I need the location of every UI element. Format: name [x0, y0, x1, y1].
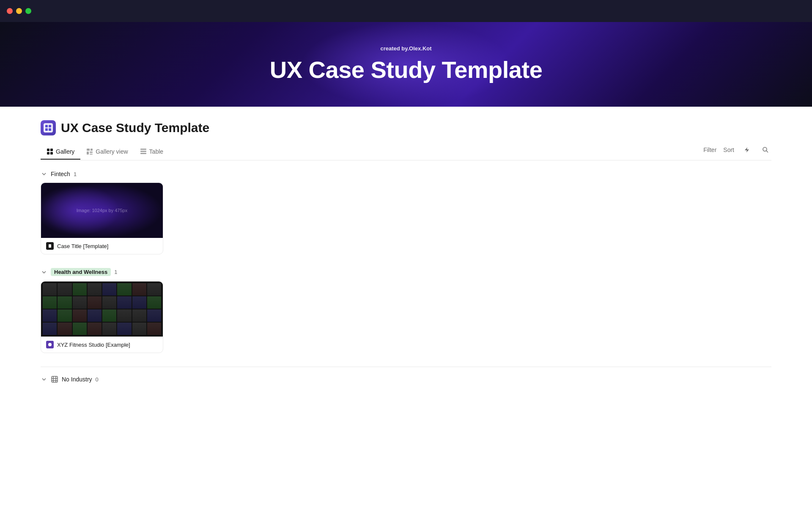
hero-credit: created by.Olex.Kot: [380, 45, 431, 52]
page-title: UX Case Study Template: [61, 121, 209, 135]
tab-gallery-view[interactable]: Gallery view: [80, 145, 134, 159]
svg-rect-7: [90, 152, 93, 153]
group-no-industry: No Industry 0: [41, 375, 771, 383]
card-case-template-body: Case Title [Template]: [41, 238, 163, 254]
group-health-label: Health and Wellness: [51, 268, 111, 276]
page-header: UX Case Study Template: [41, 120, 771, 135]
svg-point-12: [763, 147, 767, 151]
fitness-grid: [41, 282, 163, 337]
svg-point-15: [48, 343, 52, 346]
tab-gallery[interactable]: Gallery: [41, 145, 80, 159]
svg-rect-8: [90, 154, 93, 155]
svg-rect-14: [49, 244, 51, 248]
close-button[interactable]: [7, 8, 13, 14]
lightning-button[interactable]: [741, 144, 753, 156]
group-health-count: 1: [114, 269, 117, 275]
card-case-template-image: Image: 1024px by 475px: [41, 183, 163, 238]
card-xyz-fitness[interactable]: XYZ Fitness Studio [Example]: [41, 281, 163, 353]
svg-rect-16: [52, 376, 58, 382]
fitness-icon: [48, 342, 52, 347]
group-fintech-count: 1: [74, 171, 77, 177]
grid-icon: [47, 148, 53, 155]
gallery-icon: [86, 148, 93, 155]
search-button[interactable]: [760, 144, 771, 156]
svg-rect-9: [140, 149, 146, 150]
group-health-wellness-header[interactable]: Health and Wellness 1: [41, 268, 771, 276]
fintech-cards-grid: Image: 1024px by 475px Case Title [Templ…: [41, 182, 771, 254]
card-image-placeholder: Image: 1024px by 475px: [77, 208, 127, 213]
document-icon: [48, 244, 52, 248]
hero-title: UX Case Study Template: [270, 56, 543, 83]
lightning-icon: [744, 147, 750, 153]
chevron-down-icon-3: [41, 376, 47, 383]
card-case-template[interactable]: Image: 1024px by 475px Case Title [Templ…: [41, 182, 163, 254]
svg-rect-10: [140, 151, 146, 152]
titlebar: [0, 0, 812, 22]
filter-button[interactable]: Filter: [703, 146, 716, 153]
minimize-button[interactable]: [16, 8, 22, 14]
card-xyz-fitness-label: XYZ Fitness Studio [Example]: [57, 342, 130, 348]
card-case-template-label: Case Title [Template]: [57, 243, 108, 249]
table-icon: [140, 148, 147, 155]
group-health-wellness: Health and Wellness 1: [41, 268, 771, 353]
group-no-industry-label: No Industry: [62, 376, 92, 383]
svg-rect-6: [87, 152, 89, 155]
svg-rect-1: [50, 149, 53, 151]
search-icon: [762, 146, 769, 153]
no-industry-icon: [51, 375, 58, 383]
sort-button[interactable]: Sort: [723, 146, 734, 153]
group-no-industry-count: 0: [96, 376, 99, 383]
card-xyz-fitness-body: XYZ Fitness Studio [Example]: [41, 337, 163, 353]
svg-line-13: [766, 151, 768, 152]
card-xyz-fitness-icon: [46, 341, 54, 348]
tabs-bar: Gallery Gallery view Table Filter Sort: [41, 144, 771, 160]
group-fintech-label: Fintech: [51, 171, 70, 177]
tab-table-label: Table: [149, 148, 163, 155]
tab-gallery-view-label: Gallery view: [96, 148, 128, 155]
hero-banner: created by.Olex.Kot UX Case Study Templa…: [0, 22, 812, 107]
maximize-button[interactable]: [25, 8, 31, 14]
svg-rect-2: [47, 152, 49, 155]
group-fintech-header[interactable]: Fintech 1: [41, 171, 771, 177]
group-fintech: Fintech 1 Image: 1024px by 475px Case Ti…: [41, 171, 771, 254]
tab-gallery-label: Gallery: [56, 148, 74, 155]
svg-rect-5: [91, 149, 93, 151]
group-no-industry-header[interactable]: No Industry 0: [41, 375, 771, 383]
chevron-down-icon: [41, 171, 47, 177]
card-case-template-icon: [46, 242, 54, 250]
svg-rect-4: [87, 149, 90, 151]
svg-rect-0: [47, 149, 49, 151]
page-icon: [41, 120, 56, 135]
chevron-down-icon-2: [41, 269, 47, 276]
main-content: UX Case Study Template Gallery Gallery v…: [0, 107, 812, 410]
health-cards-grid: XYZ Fitness Studio [Example]: [41, 281, 771, 353]
svg-rect-3: [50, 152, 53, 155]
section-divider: [41, 367, 771, 367]
toolbar-right: Filter Sort: [703, 144, 771, 160]
svg-rect-11: [140, 153, 146, 154]
card-xyz-fitness-image: [41, 282, 163, 337]
tab-table[interactable]: Table: [134, 145, 169, 159]
